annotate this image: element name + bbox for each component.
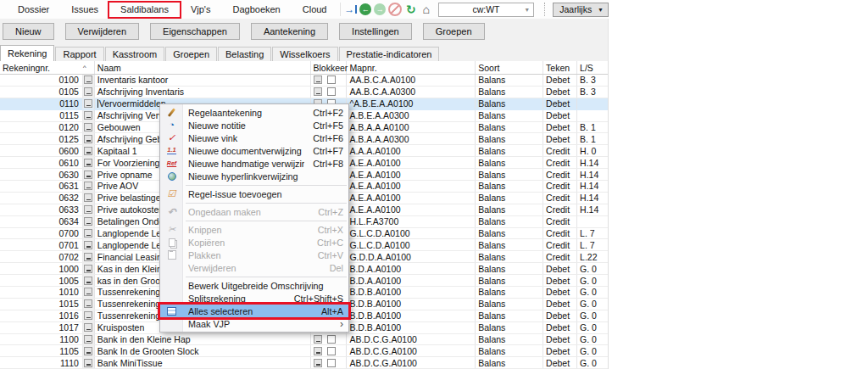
tab-rekening[interactable]: Rekening [0, 45, 54, 61]
ellipsis-button-icon[interactable] [84, 99, 92, 108]
context-combobox[interactable]: cw:WT ▾ [438, 3, 533, 17]
ellipsis-button-icon[interactable] [84, 87, 92, 96]
ellipsis-button-icon[interactable] [84, 75, 92, 84]
ellipsis-button-icon[interactable] [84, 159, 92, 167]
ellipsis-button-icon[interactable] [84, 241, 92, 249]
ellipsis-button-icon[interactable] [84, 171, 92, 179]
ellipsis-button-icon[interactable] [84, 193, 92, 202]
tab-groepen[interactable]: Groepen [165, 47, 217, 61]
ellipsis-button-icon[interactable] [84, 205, 92, 214]
context-menu-item-nieuwe-handmatige-verwijzing[interactable]: Nieuwe handmatige verwijzingCtrl+F8 [160, 157, 348, 170]
column-header-blokkeer[interactable]: Blokkeer [311, 61, 347, 74]
blokkeer-checkbox[interactable] [327, 75, 336, 84]
column-header-naam[interactable]: Naam [95, 61, 312, 74]
toolbar-grip[interactable] [544, 3, 547, 16]
blokkeer-checkbox[interactable] [327, 347, 336, 355]
forward-icon[interactable] [374, 3, 386, 15]
ellipsis-button-icon[interactable] [84, 253, 92, 261]
ellipsis-button-icon[interactable] [84, 147, 92, 155]
ellipsis-button-icon[interactable] [314, 359, 322, 367]
home-icon[interactable] [420, 3, 432, 16]
blokkeer-checkbox[interactable] [327, 87, 336, 96]
menu-item-issues[interactable]: Issues [60, 3, 109, 17]
ellipsis-button-icon[interactable] [84, 335, 92, 344]
menu-item-dagboeken[interactable]: Dagboeken [221, 3, 291, 17]
context-menu-item-knippen[interactable]: KnippenCtrl+X [160, 223, 348, 236]
ellipsis-button-icon[interactable] [314, 347, 322, 355]
column-header-mapnr[interactable]: Mapnr. [347, 61, 476, 74]
ellipsis-button-icon[interactable] [84, 265, 92, 273]
tab-wisselkoers[interactable]: Wisselkoers [272, 47, 337, 61]
context-menu-item-verwijderen[interactable]: VerwijderenDel [160, 261, 348, 274]
tab-prestatie-indicatoren[interactable]: Prestatie-indicatoren [339, 47, 440, 61]
account-row[interactable]: 1100Bank in den Kleine HapAB.D.C.G.A0100… [0, 334, 608, 346]
column-header-teken[interactable]: Teken [543, 61, 577, 74]
context-menu-item-plakken[interactable]: PlakkenCtrl+V [160, 249, 348, 261]
dock-icon[interactable] [344, 3, 357, 16]
instellingen-button[interactable]: Instellingen [339, 23, 412, 40]
back-icon[interactable] [359, 3, 371, 15]
context-menu-item-nieuwe-documentverwijzing[interactable]: Nieuwe documentverwijzingCtrl+F7 [160, 144, 348, 157]
ellipsis-button-icon[interactable] [314, 87, 322, 96]
context-menu-item-nieuwe-notitie[interactable]: Nieuwe notitieCtrl+F5 [160, 119, 348, 131]
ellipsis-button-icon[interactable] [84, 359, 92, 367]
aantekening-button[interactable]: Aantekening [251, 23, 328, 40]
blokkeer-checkbox[interactable] [327, 335, 336, 344]
cell-ls: H. 0 [577, 145, 608, 156]
context-menu-item-maak-vjp[interactable]: Maak VJP› [160, 317, 348, 330]
ellipsis-button-icon[interactable] [84, 217, 92, 226]
ellipsis-button-icon[interactable] [84, 323, 92, 332]
ellipsis-button-icon[interactable] [84, 135, 92, 143]
ellipsis-button-icon[interactable] [84, 311, 92, 320]
cell-mapnr: AA.B.C.A.A0100 [347, 75, 476, 86]
tab-belasting[interactable]: Belasting [218, 47, 271, 61]
block-icon[interactable] [388, 3, 402, 16]
account-row[interactable]: 1110Bank MiniTissueAB.D.C.G.A0100BalansD… [0, 357, 608, 369]
eigenschappen-button[interactable]: Eigenschappen [150, 23, 240, 40]
column-header-rekeningnr[interactable]: Rekeningnr. [0, 61, 83, 74]
ellipsis-button-icon[interactable] [84, 111, 92, 120]
cell-edit-button [83, 181, 95, 192]
context-menu-item-regelaantekening[interactable]: RegelaantekeningCtrl+F2 [160, 106, 348, 119]
context-menu-item-nieuwe-hyperlinkverwijzing[interactable]: Nieuwe hyperlinkverwijzing [160, 170, 348, 182]
ellipsis-button-icon[interactable] [84, 347, 92, 355]
context-menu-item-alles-selecteren[interactable]: Alles selecterenAlt+A [160, 305, 348, 317]
context-menu-item-splitsrekening[interactable]: SplitsrekeningCtrl+Shift+S [160, 292, 348, 305]
cell-edit-button [83, 275, 95, 286]
ellipsis-button-icon[interactable] [84, 288, 92, 296]
ellipsis-button-icon[interactable] [84, 229, 92, 238]
verwijderen-button[interactable]: Verwijderen [65, 23, 139, 40]
menu-item-cloud[interactable]: Cloud [292, 3, 338, 17]
ellipsis-button-icon[interactable] [84, 123, 92, 131]
tab-kasstroom[interactable]: Kasstroom [105, 47, 165, 61]
menu-item-label: Knippen [188, 225, 309, 235]
menu-item-saldibalans[interactable]: Saldibalans [109, 3, 180, 17]
cell-teken: Credit [543, 228, 577, 239]
ellipsis-button-icon[interactable] [84, 299, 92, 308]
tab-rapport[interactable]: Rapport [55, 47, 103, 61]
nieuw-button[interactable]: Nieuw [3, 23, 54, 40]
context-menu-item-regel-issue-toevoegen[interactable]: Regel-issue toevoegen [160, 187, 348, 200]
blokkeer-checkbox[interactable] [327, 359, 336, 367]
account-row[interactable]: 0105Afschrijving InventarisAA.B.C.A.A030… [0, 87, 608, 98]
ellipsis-button-icon[interactable] [314, 75, 322, 84]
period-combobox[interactable]: Jaarlijks ▼ [553, 3, 609, 17]
account-row[interactable]: 0100Inventaris kantoorAA.B.C.A.A0100Bala… [0, 75, 608, 87]
menu-item-label: Splitsrekening [188, 294, 286, 304]
paste-icon [166, 249, 177, 260]
column-header-ls[interactable]: L/S [577, 61, 608, 74]
groepen-button[interactable]: Groepen [423, 23, 485, 40]
context-menu-item-nieuwe-vink[interactable]: Nieuwe vinkCtrl+F6 [160, 131, 348, 144]
menu-item-dossier[interactable]: Dossier [7, 3, 60, 17]
context-menu-item-ongedaan-maken[interactable]: Ongedaan makenCtrl+Z [160, 205, 348, 218]
menu-item-vjp-s[interactable]: Vjp's [180, 3, 222, 17]
account-row[interactable]: 1105Bank In de Grooten SlockAB.D.C.G.A01… [0, 345, 608, 357]
context-menu-item-bewerk-uitgebreide-omschrijving[interactable]: Bewerk Uitgebreide Omschrijving [160, 279, 348, 292]
ellipsis-button-icon[interactable] [84, 277, 92, 285]
ellipsis-button-icon[interactable] [314, 335, 322, 344]
cell-rekeningnr: 1016 [0, 310, 83, 321]
context-menu-item-kopi-ren[interactable]: KopiërenCtrl+C [160, 236, 348, 249]
column-header-soort[interactable]: Soort [476, 61, 543, 74]
ellipsis-button-icon[interactable] [84, 182, 92, 190]
refresh-icon[interactable] [404, 3, 417, 16]
